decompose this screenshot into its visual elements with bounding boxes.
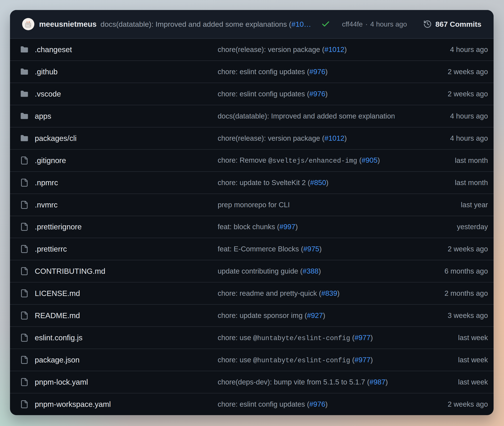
- commit-message[interactable]: chore(release): version package (#1012): [218, 134, 394, 142]
- file-name-link[interactable]: .nvmrc: [35, 200, 58, 209]
- commit-hash[interactable]: cff44fe: [342, 20, 363, 28]
- commit-date: last week: [394, 356, 488, 364]
- commit-message-text: update contributing guide (: [218, 267, 303, 275]
- head-commit-message[interactable]: docs(datatable): Improved and added some…: [101, 20, 311, 28]
- commit-pr-link[interactable]: #977: [355, 356, 370, 364]
- file-name-link[interactable]: pnpm-workspace.yaml: [35, 400, 111, 409]
- commit-pr-link[interactable]: #975: [303, 245, 319, 253]
- latest-commit-header: meeusnietmeus docs(datatable): Improved …: [10, 10, 494, 39]
- file-name-cell: .prettierignore: [20, 222, 218, 231]
- commit-message-text: ): [296, 223, 298, 231]
- commit-message-text: ): [325, 90, 328, 98]
- commit-pr-link[interactable]: #388: [303, 267, 318, 275]
- commit-message-text: chore: use: [218, 356, 253, 364]
- commit-message[interactable]: prep monorepo for CLI: [218, 201, 394, 209]
- commit-date: 2 weeks ago: [394, 245, 488, 253]
- commit-message[interactable]: chore(deps-dev): bump vite from 5.1.5 to…: [218, 378, 394, 386]
- head-commit-pr-link[interactable]: #10…: [291, 20, 311, 28]
- commit-message[interactable]: chore: use @huntabyte/eslint-config (#97…: [218, 334, 394, 342]
- commit-message-text: ): [385, 378, 388, 386]
- file-name-cell: .npmrc: [20, 178, 218, 187]
- file-icon: [20, 178, 29, 187]
- file-name-link[interactable]: .npmrc: [35, 178, 58, 187]
- commit-message[interactable]: chore: use @huntabyte/eslint-config (#97…: [218, 356, 394, 364]
- commit-message-text: ): [325, 68, 328, 76]
- file-name-link[interactable]: README.md: [35, 311, 80, 320]
- commit-message[interactable]: chore: update sponsor img (#927): [218, 311, 394, 320]
- commit-message[interactable]: chore: Remove @sveltejs/enhanced-img (#9…: [218, 156, 394, 165]
- commit-date: 2 weeks ago: [394, 90, 488, 98]
- commit-message-text: (: [350, 334, 355, 342]
- commit-pr-link[interactable]: #976: [309, 68, 325, 76]
- commit-pr-link[interactable]: #927: [307, 311, 323, 320]
- file-icon: [20, 311, 29, 320]
- commit-message-text: ): [326, 178, 328, 187]
- file-name-link[interactable]: .gitignore: [35, 156, 66, 165]
- file-row: pnpm-workspace.yaml chore: eslint config…: [10, 393, 494, 415]
- file-name-link[interactable]: .prettierrc: [35, 245, 67, 253]
- commit-date: last year: [394, 201, 488, 209]
- folder-icon: [20, 90, 29, 98]
- commit-date: 4 hours ago: [394, 134, 488, 142]
- commit-pr-link[interactable]: #987: [370, 378, 385, 386]
- commit-date: last month: [394, 156, 488, 165]
- commit-message[interactable]: chore(release): version package (#1012): [218, 45, 394, 54]
- file-row: .github chore: eslint config updates (#9…: [10, 60, 494, 83]
- commit-message[interactable]: chore: update to SvelteKit 2 (#850): [218, 178, 394, 187]
- commit-message[interactable]: feat: E-Commerce Blocks (#975): [218, 245, 394, 253]
- commit-pr-link[interactable]: #1012: [324, 45, 345, 54]
- commit-message[interactable]: docs(datatable): Improved and added some…: [218, 112, 394, 120]
- commit-pr-link[interactable]: #1012: [324, 134, 345, 142]
- file-name-link[interactable]: .changeset: [35, 45, 72, 54]
- file-row: pnpm-lock.yaml chore(deps-dev): bump vit…: [10, 371, 494, 393]
- file-name-link[interactable]: .github: [35, 67, 58, 76]
- commit-message[interactable]: chore: readme and pretty-quick (#839): [218, 289, 394, 298]
- commit-pr-link[interactable]: #997: [279, 223, 295, 231]
- file-name-cell: .nvmrc: [20, 200, 218, 209]
- inline-code: @huntabyte/eslint-config: [253, 334, 350, 342]
- commit-message-text: ): [344, 134, 347, 142]
- commit-message[interactable]: chore: eslint config updates (#976): [218, 68, 394, 76]
- commit-message[interactable]: update contributing guide (#388): [218, 267, 394, 275]
- commit-message-text: ): [319, 245, 322, 253]
- file-row: LICENSE.md chore: readme and pretty-quic…: [10, 282, 494, 304]
- commit-pr-link[interactable]: #976: [309, 90, 325, 98]
- folder-icon: [20, 134, 29, 143]
- commit-message-text: ): [378, 156, 380, 164]
- file-name-cell: eslint.config.js: [20, 333, 218, 342]
- commit-message-text: ): [318, 267, 321, 275]
- commit-pr-link[interactable]: #977: [355, 334, 370, 342]
- meta-separator: ·: [366, 20, 368, 28]
- folder-icon: [20, 112, 29, 121]
- file-row: .npmrc chore: update to SvelteKit 2 (#85…: [10, 171, 494, 193]
- commit-message-text: (: [350, 356, 355, 364]
- file-name-link[interactable]: packages/cli: [35, 134, 77, 143]
- file-name-cell: README.md: [20, 311, 218, 320]
- commit-message[interactable]: chore: eslint config updates (#976): [218, 90, 394, 98]
- commit-message-text: ): [337, 289, 339, 297]
- commit-pr-link[interactable]: #905: [361, 156, 377, 164]
- file-name-link[interactable]: LICENSE.md: [35, 289, 80, 298]
- commit-message-text: chore: eslint config updates (: [218, 400, 309, 408]
- commit-pr-link[interactable]: #839: [321, 289, 337, 297]
- commit-pr-link[interactable]: #976: [309, 400, 325, 408]
- commit-history-button[interactable]: 867 Commits: [423, 20, 481, 28]
- commit-message[interactable]: feat: block chunks (#997): [218, 223, 394, 231]
- commit-pr-link[interactable]: #850: [310, 178, 326, 187]
- file-row: packages/cli chore(release): version pac…: [10, 127, 494, 149]
- file-name-link[interactable]: CONTRIBUTING.md: [35, 267, 105, 276]
- commit-author[interactable]: meeusnietmeus: [39, 20, 97, 28]
- file-name-cell: packages/cli: [20, 134, 218, 143]
- file-name-link[interactable]: pnpm-lock.yaml: [35, 378, 88, 386]
- file-name-link[interactable]: package.json: [35, 355, 80, 364]
- file-name-link[interactable]: .prettierignore: [35, 222, 82, 231]
- commit-message[interactable]: chore: eslint config updates (#976): [218, 400, 394, 408]
- file-name-link[interactable]: eslint.config.js: [35, 333, 83, 342]
- status-check-icon[interactable]: [321, 20, 330, 29]
- file-name-link[interactable]: .vscode: [35, 90, 61, 98]
- file-name-link[interactable]: apps: [35, 112, 51, 121]
- avatar[interactable]: [22, 18, 34, 30]
- file-row: CONTRIBUTING.md update contributing guid…: [10, 260, 494, 282]
- commit-message-text: chore: readme and pretty-quick (: [218, 289, 321, 297]
- file-name-cell: .prettierrc: [20, 245, 218, 253]
